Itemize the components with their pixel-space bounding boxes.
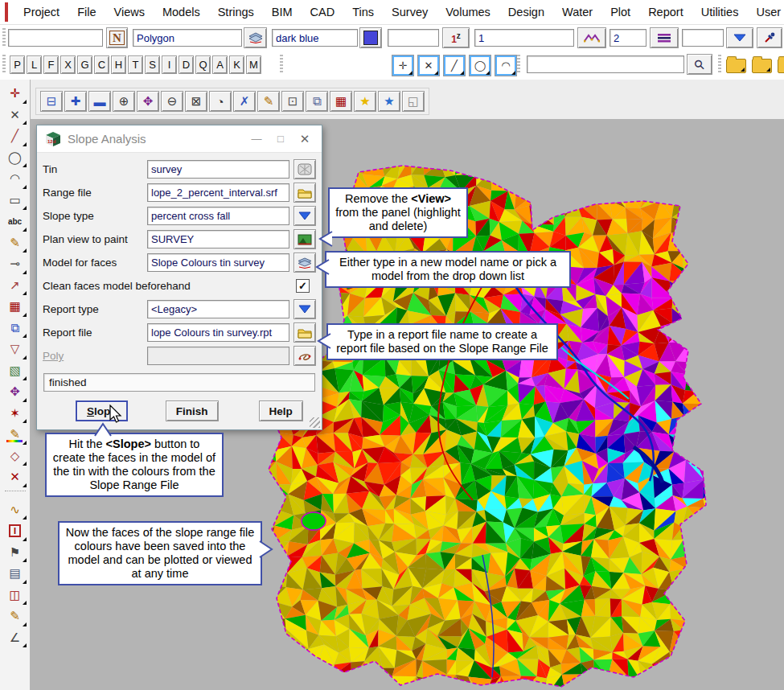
create-line-icon[interactable]: ╱ (3, 125, 27, 147)
favourites-icon[interactable]: ★ (354, 91, 376, 112)
paint-view-icon[interactable]: ✎ (257, 91, 280, 112)
new-view-icon[interactable]: ⧉ (3, 318, 27, 339)
point-to-string-icon[interactable]: ⊸ (3, 253, 27, 275)
add-view-icon[interactable]: ✚ (64, 91, 87, 112)
angle-icon[interactable]: ∠ (3, 627, 27, 649)
survey-flag-icon[interactable]: ⚑ (3, 542, 27, 564)
colour-swatch-button[interactable] (359, 27, 382, 48)
z-sort-icon[interactable]: 1z (442, 27, 470, 48)
grid-table-icon[interactable]: ▦ (3, 296, 27, 318)
function-key-c[interactable]: C (94, 55, 109, 74)
function-key-q[interactable]: Q (195, 55, 211, 74)
resize-grip[interactable] (310, 417, 320, 428)
locate-node-icon[interactable]: ✕ (3, 105, 27, 126)
help-button[interactable]: Help (259, 400, 303, 421)
function-key-x[interactable]: X (60, 55, 76, 74)
symbol-field[interactable] (682, 29, 724, 47)
function-key-s[interactable]: S (145, 55, 160, 74)
redraw-icon[interactable]: ✗ (233, 91, 256, 112)
report-file-folder-button[interactable] (293, 322, 316, 343)
shared-folder-icon[interactable] (752, 59, 772, 73)
menu-design[interactable]: Design (499, 6, 553, 18)
function-key-t[interactable]: T (128, 55, 143, 74)
menu-survey[interactable]: Survey (383, 6, 437, 18)
menu-models[interactable]: Models (154, 6, 209, 18)
sketch-icon[interactable]: ✎ (3, 606, 27, 627)
print-icon[interactable]: ⊡ (281, 91, 304, 112)
library-folder-icon[interactable] (778, 59, 784, 73)
model-for-faces-input[interactable] (147, 253, 289, 272)
cursor-snap-icon[interactable]: ✕ (417, 55, 440, 76)
line-weight-icon[interactable] (650, 27, 679, 48)
minimise-views-icon[interactable]: ▬ (88, 91, 111, 112)
point-snap-icon[interactable]: ✛ (392, 55, 414, 76)
tin-levels-icon[interactable] (577, 27, 606, 48)
minimize-button[interactable]: — (244, 133, 269, 145)
copy-view-icon[interactable]: ⧉ (306, 91, 328, 112)
create-arc-icon[interactable]: ◠ (3, 168, 27, 190)
range-file-input[interactable] (147, 183, 289, 202)
model-dropdown-button[interactable] (293, 253, 316, 273)
text-box-icon[interactable]: I (3, 520, 27, 542)
function-key-k[interactable]: K (229, 55, 244, 74)
panel-grid-icon[interactable]: ▦ (330, 91, 352, 112)
tile-views-icon[interactable]: ⊟ (40, 91, 63, 112)
fit-view-icon[interactable]: ⊠ (185, 91, 207, 112)
translate-icon[interactable]: ✥ (3, 381, 27, 403)
menu-bim[interactable]: BIM (263, 6, 302, 18)
slope-type-dropdown-button[interactable] (293, 206, 316, 226)
arc-snap-icon[interactable]: ◠ (495, 55, 517, 76)
polygon-icon[interactable]: ▽ (3, 339, 27, 360)
menu-project[interactable]: Project (14, 6, 68, 18)
name-button[interactable]: N (106, 27, 128, 48)
menu-tins[interactable]: Tins (343, 6, 383, 18)
measure-icon[interactable]: ↗ (3, 275, 27, 297)
menu-utilities[interactable]: Utilities (692, 6, 748, 18)
search-input[interactable] (527, 55, 684, 73)
function-key-p[interactable]: P (10, 55, 25, 74)
cad-text-field[interactable] (8, 29, 103, 47)
delete-string-icon[interactable]: ✕ (3, 466, 27, 488)
tinable-field[interactable] (474, 29, 574, 47)
string-colours-icon[interactable]: ✎ (3, 424, 27, 446)
shortcuts-icon[interactable]: ★ (378, 91, 400, 112)
menu-volumes[interactable]: Volumes (437, 6, 499, 18)
edit-polygon-icon[interactable]: ◇ (3, 446, 27, 467)
menu-report[interactable]: Report (639, 6, 692, 18)
weight-field[interactable] (610, 29, 646, 47)
maximize-button[interactable]: □ (269, 133, 293, 145)
close-button[interactable]: ✕ (293, 132, 317, 146)
create-text-icon[interactable]: abc (3, 211, 27, 232)
freehand-icon[interactable]: ∿ (3, 499, 27, 521)
snap-star-icon[interactable]: ✶ (3, 403, 27, 425)
finish-button[interactable]: Finish (166, 400, 219, 421)
project-folder-icon[interactable] (726, 59, 746, 73)
linestyle-picker-icon[interactable] (244, 27, 267, 48)
app-logo-icon[interactable] (5, 2, 8, 22)
function-key-a[interactable]: A (212, 55, 228, 74)
function-key-f[interactable]: F (43, 55, 59, 74)
image-icon[interactable]: ▧ (3, 360, 27, 382)
report-type-dropdown-button[interactable] (293, 299, 316, 319)
range-file-folder-button[interactable] (293, 183, 316, 203)
function-key-m[interactable]: M (246, 55, 261, 74)
report-type-input[interactable] (147, 300, 289, 318)
circle-snap-icon[interactable]: ◯ (469, 55, 491, 76)
function-key-l[interactable]: L (27, 55, 42, 74)
create-circle-icon[interactable]: ◯ (3, 147, 27, 169)
report-file-input[interactable] (147, 323, 289, 342)
search-icon[interactable]: ⚲ (687, 54, 712, 75)
poly-pick-button[interactable] (293, 346, 316, 366)
tin-picker-button[interactable] (293, 159, 316, 179)
menu-views[interactable]: Views (105, 6, 154, 18)
create-rectangle-icon[interactable]: ▭ (3, 190, 27, 212)
notes-icon[interactable]: ▤ (3, 563, 27, 585)
menu-cad[interactable]: CAD (302, 6, 344, 18)
dialog-title-bar[interactable]: 12d Slope Analysis — □ ✕ (37, 125, 322, 153)
zoom-in-icon[interactable]: ⊕ (113, 91, 135, 112)
height-field[interactable] (388, 29, 439, 47)
menu-water[interactable]: Water (553, 6, 601, 18)
tin-input[interactable] (147, 160, 289, 179)
clean-faces-checkbox[interactable]: ✓ (296, 279, 310, 293)
create-point-icon[interactable]: ✛ (3, 83, 27, 105)
